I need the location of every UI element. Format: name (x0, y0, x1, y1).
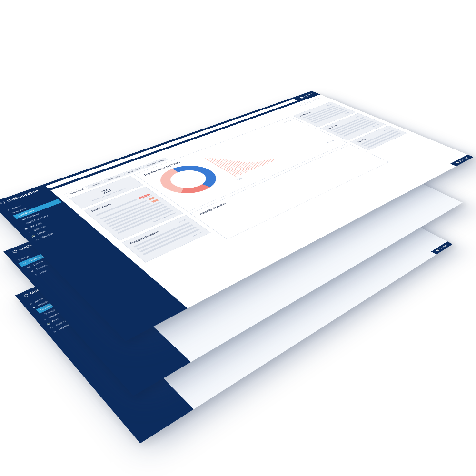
view-more-link[interactable]: View more (325, 140, 334, 144)
radio-icon: ◉ (32, 306, 37, 309)
shield-icon (12, 249, 19, 254)
laptop-icon: 💻 (30, 234, 36, 238)
help-icon: ? (33, 273, 39, 277)
card-tag: VISITS (327, 104, 333, 106)
card-tag: VISITS (355, 116, 360, 118)
book-icon: ▭ (34, 238, 40, 241)
shield-icon (23, 293, 30, 298)
chat-icon: 💬 (436, 249, 440, 252)
card-tag: INSTALLS (383, 128, 390, 131)
bars-icon: ⫼ (30, 269, 35, 273)
scene-icon: ▤ (26, 266, 31, 269)
card-tag: FLAGS (178, 219, 186, 223)
shield-icon (0, 201, 7, 205)
avatar (299, 97, 304, 99)
circle-icon: ○ (42, 318, 47, 322)
donut-legend: 18% (237, 178, 243, 180)
monitor-icon: ▭ (22, 262, 27, 265)
chat-icon: 💬 (455, 161, 460, 164)
chat-help-button[interactable]: 💬Chat help! (431, 241, 453, 254)
book-icon: ▭ (49, 326, 54, 329)
laptop-icon: 💻 (46, 322, 50, 326)
gear-icon: ⚙ (52, 330, 57, 333)
